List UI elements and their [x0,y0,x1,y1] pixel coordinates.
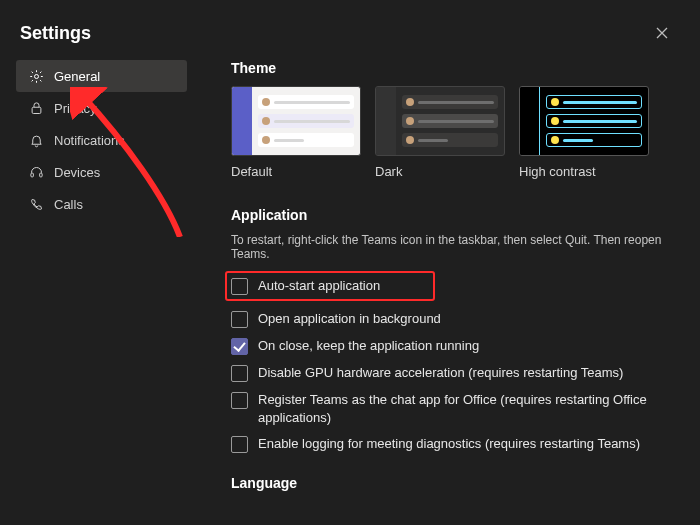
close-icon [656,26,668,42]
svg-rect-2 [30,173,33,177]
svg-rect-1 [32,107,41,113]
checkbox[interactable] [231,365,248,382]
language-heading: Language [231,475,672,491]
sidebar-item-label: Devices [54,165,100,180]
sidebar-item-label: Calls [54,197,83,212]
sidebar-item-label: Privacy [54,101,97,116]
page-title: Settings [20,23,91,44]
checkbox[interactable] [231,278,248,295]
option-label: Open application in background [258,310,441,328]
lock-icon [28,100,44,116]
theme-option-dark[interactable]: Dark [375,86,505,179]
option-open-background[interactable]: Open application in background [231,310,672,328]
option-enable-logging[interactable]: Enable logging for meeting diagnostics (… [231,435,672,453]
checkbox[interactable] [231,436,248,453]
gear-icon [28,68,44,84]
sidebar-item-label: Notifications [54,133,125,148]
theme-preview-dark [375,86,505,156]
theme-label: Default [231,164,361,179]
svg-point-0 [34,74,38,78]
theme-heading: Theme [231,60,672,76]
theme-option-high-contrast[interactable]: High contrast [519,86,649,179]
sidebar-item-notifications[interactable]: Notifications [16,124,187,156]
option-label: Enable logging for meeting diagnostics (… [258,435,640,453]
sidebar-item-calls[interactable]: Calls [16,188,187,220]
sidebar-item-privacy[interactable]: Privacy [16,92,187,124]
checkbox[interactable] [231,311,248,328]
svg-rect-3 [39,173,42,177]
option-register-office[interactable]: Register Teams as the chat app for Offic… [231,391,672,426]
checkbox[interactable] [231,392,248,409]
application-heading: Application [231,207,672,223]
theme-option-default[interactable]: Default [231,86,361,179]
theme-preview-high-contrast [519,86,649,156]
sidebar-item-label: General [54,69,100,84]
checkbox[interactable] [231,338,248,355]
headset-icon [28,164,44,180]
option-label: Register Teams as the chat app for Offic… [258,391,672,426]
application-hint: To restart, right-click the Teams icon i… [231,233,672,261]
option-label: Disable GPU hardware acceleration (requi… [258,364,623,382]
option-label: On close, keep the application running [258,337,479,355]
settings-sidebar: General Privacy Notifications Devices [10,52,195,512]
option-label: Auto-start application [258,277,380,295]
sidebar-item-devices[interactable]: Devices [16,156,187,188]
sidebar-item-general[interactable]: General [16,60,187,92]
close-button[interactable] [652,24,672,44]
option-disable-gpu[interactable]: Disable GPU hardware acceleration (requi… [231,364,672,382]
phone-icon [28,196,44,212]
theme-preview-default [231,86,361,156]
theme-label: High contrast [519,164,649,179]
theme-label: Dark [375,164,505,179]
option-keep-running[interactable]: On close, keep the application running [231,337,672,355]
settings-content: Theme Default [195,52,690,512]
option-auto-start[interactable]: Auto-start application [225,271,435,301]
bell-icon [28,132,44,148]
